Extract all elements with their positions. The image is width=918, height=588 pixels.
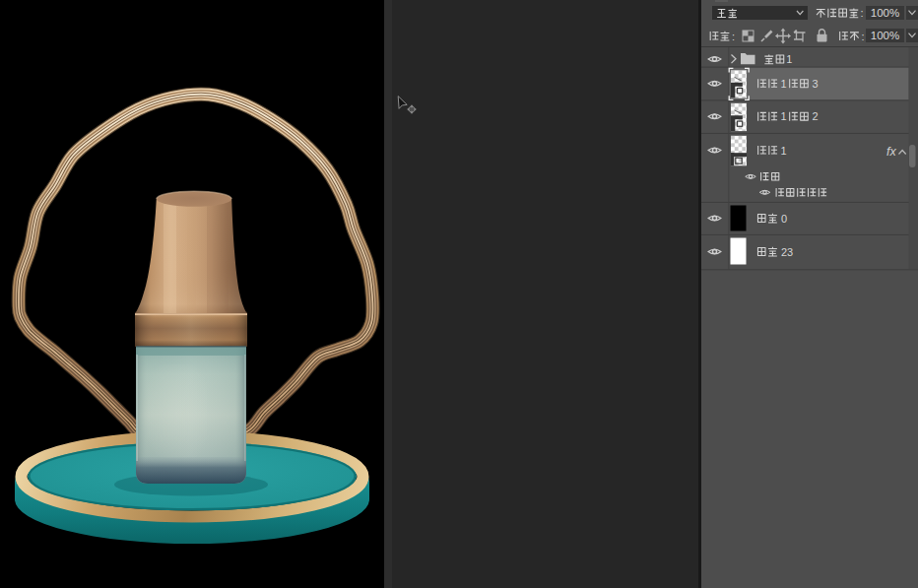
svg-text:1: 1 — [781, 78, 787, 90]
svg-text:1: 1 — [781, 145, 787, 157]
svg-text::: : — [732, 31, 735, 42]
svg-text:0: 0 — [781, 213, 787, 225]
svg-text:fx: fx — [886, 145, 896, 159]
svg-text:23: 23 — [781, 246, 793, 258]
svg-text::: : — [862, 31, 865, 42]
svg-text::: : — [861, 7, 864, 19]
svg-text:1: 1 — [786, 53, 792, 65]
svg-text:3: 3 — [813, 78, 819, 90]
svg-text:1: 1 — [781, 110, 787, 122]
svg-text:100%: 100% — [871, 30, 899, 41]
svg-text:2: 2 — [813, 110, 819, 122]
svg-text:100%: 100% — [871, 7, 899, 19]
